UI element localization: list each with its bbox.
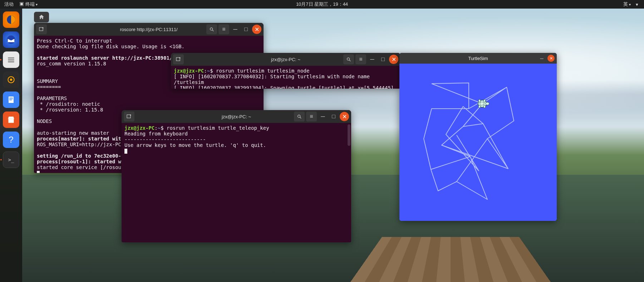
app-menu[interactable]: ▣ 终端 bbox=[19, 1, 38, 8]
svg-rect-8 bbox=[9, 98, 13, 98]
menu-button[interactable]: ≡ bbox=[355, 54, 366, 64]
svg-point-15 bbox=[347, 58, 350, 60]
svg-rect-11 bbox=[8, 119, 14, 123]
new-tab-button[interactable] bbox=[124, 112, 134, 122]
svg-point-19 bbox=[486, 102, 489, 105]
svg-rect-2 bbox=[8, 58, 14, 59]
svg-rect-10 bbox=[9, 100, 12, 100]
dock-thunderbird[interactable] bbox=[3, 31, 19, 48]
dock-terminal[interactable] bbox=[3, 152, 19, 168]
gnome-dock: ? bbox=[0, 9, 22, 282]
dock-writer[interactable] bbox=[3, 91, 19, 108]
maximize-button[interactable]: □ bbox=[241, 25, 251, 34]
svg-point-21 bbox=[478, 105, 481, 108]
window-title: roscore http://jzx-PC:11311/ bbox=[120, 27, 177, 32]
titlebar[interactable]: roscore http://jzx-PC:11311/ ≡ ─ □ ✕ bbox=[34, 23, 264, 36]
running-indicator bbox=[0, 159, 2, 160]
turtlesim-canvas bbox=[399, 64, 557, 221]
menu-button[interactable]: ≡ bbox=[218, 24, 229, 34]
window-title: TurtleSim bbox=[468, 56, 488, 61]
terminal-icon: ▣ bbox=[19, 1, 24, 7]
titlebar[interactable]: jzx@jzx-PC: ~ ≡ ─ □ ✕ bbox=[122, 110, 351, 123]
terminal-window-teleop[interactable]: jzx@jzx-PC: ~ ≡ ─ □ ✕ jzx@jzx-PC:~$ rosr… bbox=[122, 110, 351, 242]
window-title: jzx@jzx-PC: ~ bbox=[222, 114, 251, 119]
close-button[interactable]: ✕ bbox=[252, 25, 261, 34]
nautilus-home-button[interactable] bbox=[34, 12, 49, 23]
search-button[interactable] bbox=[343, 54, 354, 64]
terminal-window-node[interactable]: jzx@jzx-PC: ~ ≡ ─ □ ✕ jzx@jzx-PC:~$ rosr… bbox=[171, 53, 400, 89]
minimize-button[interactable]: ─ bbox=[538, 55, 545, 62]
dock-help[interactable]: ? bbox=[3, 132, 19, 148]
input-method-indicator[interactable]: 英 bbox=[623, 1, 631, 8]
svg-point-23 bbox=[483, 105, 486, 108]
maximize-button[interactable]: □ bbox=[329, 112, 338, 121]
app-menu-label: 终端 bbox=[25, 1, 35, 7]
new-tab-button[interactable] bbox=[173, 54, 184, 64]
svg-point-20 bbox=[478, 99, 481, 102]
dock-firefox[interactable] bbox=[3, 11, 19, 28]
dock-files[interactable] bbox=[3, 51, 19, 68]
clock[interactable]: 10月7日 星期三，19：44 bbox=[296, 1, 348, 8]
terminal-output[interactable]: jzx@jzx-PC:~$ rosrun turtlesim turtle_te… bbox=[122, 123, 351, 242]
dock-rhythmbox[interactable] bbox=[3, 71, 19, 88]
svg-rect-4 bbox=[8, 61, 14, 62]
menu-button[interactable]: ≡ bbox=[306, 112, 317, 122]
new-tab-button[interactable] bbox=[36, 24, 47, 34]
search-button[interactable] bbox=[294, 112, 305, 122]
dock-software[interactable] bbox=[3, 112, 19, 128]
wallpaper-dock bbox=[350, 237, 551, 282]
turtlesim-window[interactable]: TurtleSim ─ ✕ bbox=[399, 53, 557, 221]
maximize-button[interactable]: □ bbox=[378, 55, 388, 64]
svg-rect-3 bbox=[8, 59, 14, 60]
titlebar[interactable]: jzx@jzx-PC: ~ ≡ ─ □ ✕ bbox=[171, 53, 400, 66]
minimize-button[interactable]: ─ bbox=[318, 112, 328, 121]
gnome-topbar: 活动 ▣ 终端 10月7日 星期三，19：44 英 ▾ bbox=[0, 0, 644, 9]
svg-point-17 bbox=[298, 115, 300, 118]
svg-point-22 bbox=[483, 99, 486, 102]
activities-button[interactable]: 活动 bbox=[4, 1, 14, 8]
window-title: jzx@jzx-PC: ~ bbox=[271, 57, 300, 62]
search-button[interactable] bbox=[206, 24, 217, 34]
svg-point-6 bbox=[10, 79, 13, 81]
minimize-button[interactable]: ─ bbox=[368, 55, 377, 64]
system-status-area[interactable]: ▾ bbox=[636, 2, 638, 7]
close-button[interactable]: ✕ bbox=[340, 112, 349, 121]
close-button[interactable]: ✕ bbox=[389, 55, 398, 64]
terminal-output[interactable]: jzx@jzx-PC:~$ rosrun turtlesim turtlesim… bbox=[171, 66, 400, 89]
running-indicator bbox=[0, 59, 1, 60]
svg-point-13 bbox=[210, 28, 213, 30]
minimize-button[interactable]: ─ bbox=[231, 25, 240, 34]
close-button[interactable]: ✕ bbox=[547, 55, 555, 62]
svg-rect-9 bbox=[9, 99, 13, 99]
titlebar[interactable]: TurtleSim ─ ✕ bbox=[399, 53, 557, 64]
